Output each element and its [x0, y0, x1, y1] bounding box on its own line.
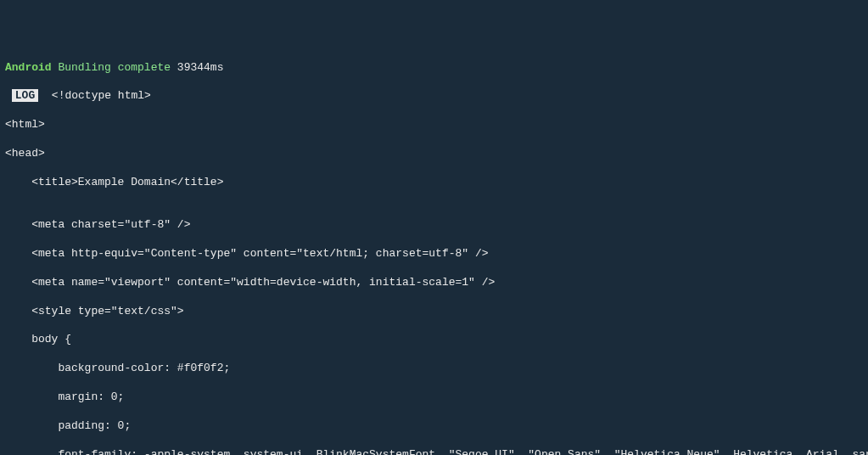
code-line: <head>	[5, 147, 863, 161]
bundling-status-line: Android Bundling complete 39344ms	[5, 61, 863, 76]
code-line: font-family: -apple-system, system-ui, B…	[5, 448, 863, 455]
log-badge: LOG	[12, 89, 38, 102]
bundling-time: 39344ms	[177, 61, 224, 74]
doctype-text: <!doctype html>	[52, 89, 151, 102]
code-line: <html>	[5, 118, 863, 132]
platform-label: Android	[5, 61, 52, 74]
code-line: <title>Example Domain</title>	[5, 176, 863, 190]
code-line: background-color: #f0f0f2;	[5, 362, 863, 376]
code-line: <meta charset="utf-8" />	[5, 218, 863, 233]
code-line: <meta http-equiv="Content-type" content=…	[5, 247, 863, 261]
code-line: body {	[5, 333, 863, 347]
bundling-status: Bundling complete	[58, 61, 171, 74]
code-line: <style type="text/css">	[5, 305, 863, 319]
log-line: LOG <!doctype html>	[5, 89, 863, 104]
code-line: <meta name="viewport" content="width=dev…	[5, 276, 863, 290]
code-line: padding: 0;	[5, 419, 863, 434]
code-line: margin: 0;	[5, 390, 863, 405]
